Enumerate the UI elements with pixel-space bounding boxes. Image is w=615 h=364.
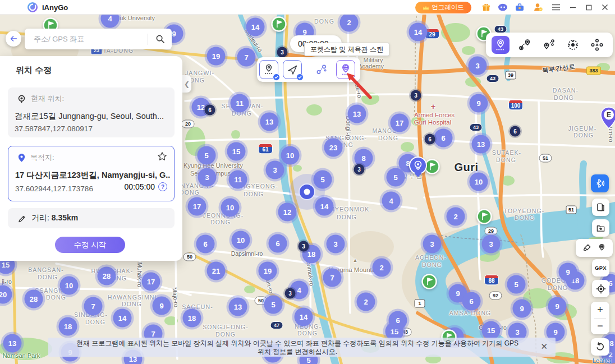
cluster-marker[interactable]: 5 — [314, 171, 332, 189]
leaflet-attribution[interactable]: Leaflet — [593, 357, 611, 364]
cluster-marker[interactable]: 5 — [387, 168, 405, 187]
start-button[interactable]: 수정 시작 — [55, 237, 125, 253]
upgrade-button[interactable]: 업그레이드 — [415, 2, 471, 13]
multi-spot-mode-tab[interactable] — [540, 36, 558, 54]
teleport-mode-tab[interactable] — [492, 36, 510, 54]
cluster-marker[interactable]: 10 — [470, 173, 488, 191]
search-button[interactable] — [148, 29, 172, 49]
cluster-marker[interactable]: 3 — [327, 235, 345, 254]
cluster-marker[interactable]: 6 — [196, 235, 215, 254]
minimize-button[interactable] — [568, 2, 578, 12]
toolbox-icon[interactable] — [515, 2, 525, 12]
cluster-marker[interactable]: 3 — [411, 90, 421, 101]
cluster-marker[interactable]: 3 — [277, 47, 288, 58]
favorites-button[interactable] — [592, 219, 609, 237]
gym-marker[interactable] — [476, 208, 493, 225]
menu-icon[interactable] — [551, 2, 561, 12]
cluster-marker[interactable]: 6 — [269, 234, 287, 253]
destination-marker[interactable] — [409, 156, 427, 174]
back-button[interactable] — [6, 31, 21, 47]
cluster-marker[interactable]: 3 — [469, 57, 487, 75]
locate-button[interactable] — [592, 280, 609, 297]
cluster-marker[interactable]: 14 — [409, 23, 428, 42]
panel-collapse-tab[interactable]: ❮ — [182, 75, 191, 93]
cluster-marker[interactable]: 6 — [462, 292, 481, 311]
gpx-button[interactable]: GPX — [592, 259, 609, 277]
eta-help-icon[interactable]: ? — [158, 182, 167, 191]
cluster-marker[interactable]: 4 — [382, 192, 401, 210]
gift-icon[interactable] — [481, 2, 491, 12]
banner-close-icon[interactable]: ✕ — [540, 342, 548, 351]
cluster-marker[interactable]: 17 — [142, 273, 160, 291]
bluetooth-button[interactable] — [591, 174, 609, 192]
cluster-marker[interactable]: 7 — [237, 48, 256, 67]
cluster-marker[interactable]: 10 — [221, 199, 240, 217]
cluster-marker[interactable]: 14 — [295, 308, 313, 326]
cluster-marker[interactable]: 14 — [315, 197, 334, 216]
cluster-marker[interactable]: 10 — [60, 277, 79, 295]
cluster-marker[interactable]: 6 — [205, 105, 215, 116]
poi-pin-e[interactable]: E — [600, 107, 615, 129]
cluster-marker[interactable]: 3 — [198, 168, 217, 187]
two-spot-mode-tab[interactable] — [516, 36, 534, 54]
cluster-marker[interactable]: 3 — [354, 164, 365, 175]
cluster-marker[interactable]: 14 — [246, 18, 265, 36]
cluster-marker[interactable]: 3 — [266, 161, 284, 179]
maximize-button[interactable] — [584, 2, 594, 12]
cluster-marker[interactable]: 13 — [472, 135, 490, 154]
cluster-marker[interactable]: 6 — [425, 134, 435, 145]
cluster-marker[interactable]: 17 — [188, 197, 206, 216]
zoom-in-button[interactable]: + — [591, 302, 609, 318]
route-scan-button[interactable] — [312, 60, 331, 79]
destination-card[interactable]: 목적지: 17 다산지금로123번길, Namyangju-si, G... 3… — [8, 146, 175, 201]
cluster-marker[interactable]: 9 — [470, 94, 488, 113]
teleport-mode-button[interactable] — [259, 60, 278, 79]
cluster-marker[interactable]: 10 — [232, 231, 250, 250]
cluster-marker[interactable]: 12 — [278, 203, 297, 222]
cluster-marker[interactable]: 7 — [84, 297, 103, 316]
clear-brush-button[interactable] — [582, 243, 591, 252]
cluster-marker[interactable]: 3 — [423, 235, 442, 254]
cluster-marker[interactable]: 6 — [389, 311, 407, 330]
zoom-out-button[interactable]: − — [591, 319, 609, 335]
favorite-star-icon[interactable] — [157, 151, 167, 162]
cluster-marker[interactable]: 11 — [229, 171, 247, 189]
cluster-marker[interactable]: 15 — [482, 321, 501, 340]
cluster-marker[interactable]: 28 — [25, 290, 43, 308]
cluster-marker[interactable]: 5 — [507, 275, 526, 294]
pokestop-scan-button[interactable] — [336, 60, 355, 79]
cluster-marker[interactable]: 23 — [324, 139, 343, 157]
cluster-marker[interactable]: 2 — [447, 208, 465, 226]
cluster-marker[interactable]: 2 — [373, 259, 391, 277]
cluster-marker[interactable]: 10 — [281, 146, 300, 165]
cluster-marker[interactable]: 2 — [340, 13, 359, 32]
cluster-marker[interactable]: 3 — [482, 235, 501, 254]
current-location-marker[interactable] — [299, 183, 315, 200]
cluster-marker[interactable]: 6 — [510, 126, 521, 137]
cluster-marker[interactable]: 19 — [207, 47, 226, 66]
cluster-marker[interactable]: 21 — [207, 262, 226, 280]
cluster-marker[interactable]: 3 — [299, 241, 309, 252]
cluster-marker[interactable]: 3 — [285, 288, 296, 299]
cluster-marker[interactable]: 18 — [59, 317, 77, 336]
cluster-marker[interactable]: 14 — [113, 309, 132, 328]
cluster-marker[interactable]: 7 — [323, 269, 342, 287]
cluster-marker[interactable]: 9 — [548, 297, 567, 316]
cluster-marker[interactable]: 15 — [227, 142, 246, 161]
cluster-marker[interactable]: 9 — [153, 297, 171, 315]
cluster-marker[interactable]: 5 — [198, 146, 216, 165]
joystick-mode-button[interactable] — [283, 60, 302, 79]
cluster-marker[interactable]: 9 — [559, 263, 577, 282]
account-icon[interactable] — [533, 2, 543, 12]
cluster-marker[interactable]: 6 — [434, 129, 453, 148]
cluster-marker[interactable]: 18 — [183, 309, 201, 328]
pokeball-map-button[interactable] — [597, 243, 607, 253]
cluster-marker[interactable]: 5 — [264, 296, 283, 314]
gym-marker[interactable] — [270, 16, 287, 33]
cluster-marker[interactable]: 13 — [348, 105, 366, 123]
device-button[interactable] — [592, 199, 609, 216]
cluster-marker[interactable]: 13 — [260, 113, 279, 131]
cluster-marker[interactable]: 28 — [98, 267, 116, 285]
search-input[interactable] — [25, 35, 148, 43]
multi-control-mode-tab[interactable] — [588, 36, 606, 54]
